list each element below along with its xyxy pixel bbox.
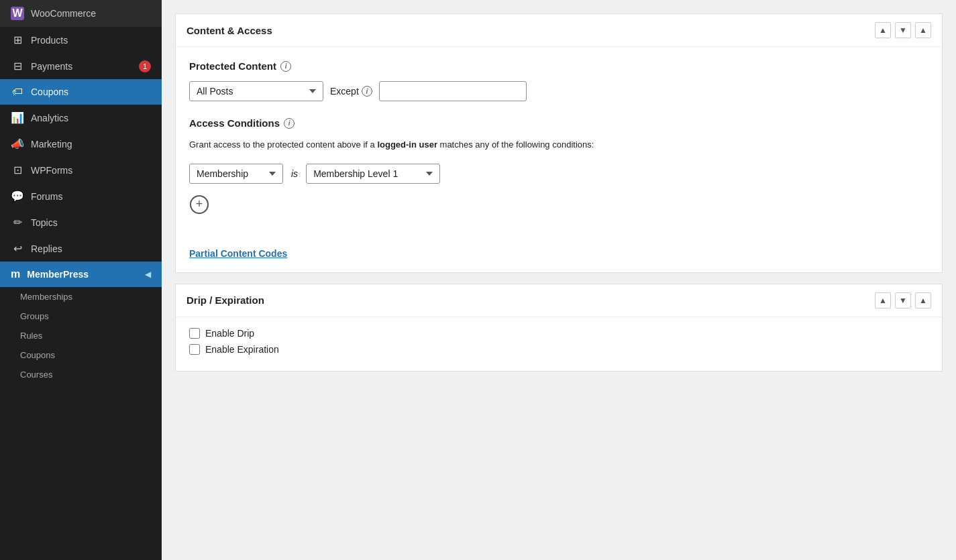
drip-panel-up-button[interactable]: ▲ [875,292,891,309]
enable-drip-row: Enable Drip [189,328,928,339]
sidebar-item-payments[interactable]: ⊟ Payments 1 [0,53,162,79]
sidebar-analytics-label: Analytics [31,113,151,123]
rules-label: Rules [20,331,42,341]
condition-is-label: is [291,168,298,179]
sidebar-item-products[interactable]: ⊞ Products [0,27,162,53]
protected-content-info-icon[interactable]: i [280,61,291,72]
enable-expiration-checkbox[interactable] [189,344,200,355]
payments-badge: 1 [139,60,151,72]
enable-expiration-label[interactable]: Enable Expiration [205,344,279,355]
panel-up-button[interactable]: ▲ [875,22,891,38]
sidebar-item-woocommerce[interactable]: W WooCommerce [0,0,162,27]
memberships-label: Memberships [20,292,72,302]
protected-content-row: All Posts All Pages All Custom Posts All… [189,81,928,101]
topics-icon: ✏ [11,216,24,229]
products-icon: ⊞ [11,34,24,46]
sidebar-item-groups[interactable]: Groups [0,306,162,326]
sidebar-products-label: Products [31,35,151,46]
add-icon: + [190,195,209,214]
access-conditions-description: Grant access to the protected content ab… [189,138,928,152]
protected-content-heading: Protected Content i [189,60,928,72]
memberpress-section-header[interactable]: m MemberPress ◀ [0,262,162,287]
forums-icon: 💬 [11,190,24,203]
sidebar: W WooCommerce ⊞ Products ⊟ Payments 1 🏷 … [0,0,162,560]
memberpress-label: MemberPress [27,269,89,280]
add-condition-button[interactable]: + [189,194,209,215]
content-access-body: Protected Content i All Posts All Pages … [176,47,942,272]
memberpress-chevron-icon: ◀ [145,270,151,279]
sidebar-item-replies[interactable]: ↩ Replies [0,235,162,262]
drip-panel-controls: ▲ ▼ ▲ [875,292,931,309]
panel-collapse-button[interactable]: ▲ [915,22,931,38]
panel-down-button[interactable]: ▼ [895,22,911,38]
access-conditions-heading: Access Conditions i [189,117,928,129]
sidebar-item-analytics[interactable]: 📊 Analytics [0,105,162,131]
except-label-text: Except i [330,86,372,97]
sidebar-payments-label: Payments [31,61,132,72]
sidebar-wpforms-label: WPForms [31,165,151,176]
sidebar-item-marketing[interactable]: 📣 Marketing [0,131,162,157]
content-access-title: Content & Access [187,25,875,36]
woocommerce-icon: W [11,7,24,20]
condition-row: Membership Capability Role is Membership… [189,164,928,184]
drip-expiration-header: Drip / Expiration ▲ ▼ ▲ [176,284,942,317]
sidebar-marketing-label: Marketing [31,139,151,150]
analytics-icon: 📊 [11,111,24,124]
content-access-panel: Content & Access ▲ ▼ ▲ Protected Content… [175,13,943,273]
condition-value-select[interactable]: Membership Level 1 Membership Level 2 Me… [306,164,440,184]
sidebar-woocommerce-label: WooCommerce [31,8,151,19]
courses-label: Courses [20,370,52,380]
content-access-header: Content & Access ▲ ▼ ▲ [176,14,942,47]
enable-drip-label[interactable]: Enable Drip [205,328,254,339]
panel-controls: ▲ ▼ ▲ [875,22,931,38]
sidebar-item-wpforms[interactable]: ⊡ WPForms [0,157,162,183]
sidebar-item-courses[interactable]: Courses [0,365,162,384]
protected-content-type-select[interactable]: All Posts All Pages All Custom Posts All… [189,81,323,101]
memberpress-icon: m [11,268,20,280]
groups-label: Groups [20,311,49,321]
sidebar-item-forums[interactable]: 💬 Forums [0,183,162,209]
main-content: Content & Access ▲ ▼ ▲ Protected Content… [162,0,956,560]
enable-drip-checkbox[interactable] [189,328,200,339]
coupons-icon: 🏷 [11,86,24,98]
coupons-sub-label: Coupons [20,350,55,360]
payments-icon: ⊟ [11,60,24,72]
sidebar-replies-label: Replies [31,243,151,254]
replies-icon: ↩ [11,242,24,255]
access-conditions-info-icon[interactable]: i [284,118,295,129]
sidebar-item-coupons[interactable]: 🏷 Coupons [0,79,162,105]
except-input[interactable] [379,81,527,101]
sidebar-item-topics[interactable]: ✏ Topics [0,209,162,235]
sidebar-item-memberships[interactable]: Memberships [0,287,162,306]
condition-type-select[interactable]: Membership Capability Role [189,164,283,184]
drip-panel-collapse-button[interactable]: ▲ [915,292,931,309]
sidebar-topics-label: Topics [31,217,151,228]
partial-content-codes-link[interactable]: Partial Content Codes [189,248,287,259]
sidebar-item-coupons-sub[interactable]: Coupons [0,345,162,365]
sidebar-forums-label: Forums [31,191,151,202]
enable-expiration-row: Enable Expiration [189,344,928,355]
drip-panel-down-button[interactable]: ▼ [895,292,911,309]
drip-expiration-title: Drip / Expiration [187,294,875,306]
wpforms-icon: ⊡ [11,164,24,176]
drip-expiration-body: Enable Drip Enable Expiration [176,317,942,371]
marketing-icon: 📣 [11,137,24,150]
sidebar-item-rules[interactable]: Rules [0,326,162,345]
except-info-icon[interactable]: i [362,86,372,97]
drip-expiration-panel: Drip / Expiration ▲ ▼ ▲ Enable Drip Enab… [175,284,943,372]
sidebar-coupons-label: Coupons [31,87,151,97]
